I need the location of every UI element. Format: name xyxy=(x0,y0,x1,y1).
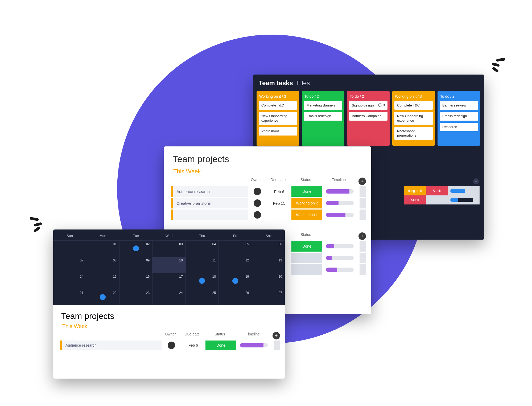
kanban-card[interactable]: Marketing Banners xyxy=(304,101,342,110)
kanban-column[interactable]: To do / 2Banners reviewEmails redesignRe… xyxy=(438,91,480,146)
row-end-spacer xyxy=(274,341,280,350)
timeline-cell[interactable] xyxy=(322,268,357,272)
calendar-event-dot[interactable] xyxy=(100,294,106,300)
calendar-date-number: 23 xyxy=(146,291,150,295)
calendar-day-cell[interactable]: 03 xyxy=(152,241,185,257)
table-row[interactable]: Audience researchFeb 6Done xyxy=(171,186,366,197)
calendar-day-cell[interactable]: 21 xyxy=(53,289,86,305)
owner-cell[interactable] xyxy=(248,211,267,219)
owner-cell[interactable] xyxy=(248,199,267,207)
table-row[interactable]: Creative brainstormFeb 15Working on it xyxy=(171,198,366,208)
kanban-column[interactable]: Working on it / 3Complete T&CNew Onboard… xyxy=(392,91,435,146)
table-row[interactable]: Working on it xyxy=(171,210,366,220)
task-name[interactable] xyxy=(173,210,248,220)
kanban-card[interactable]: Emails redesign xyxy=(304,112,342,120)
calendar-day-cell[interactable]: 15 xyxy=(86,273,119,289)
comment-count-icon[interactable]: 💬 3 xyxy=(378,103,385,107)
task-name[interactable]: Audience research xyxy=(62,341,162,350)
kanban-column[interactable]: To do / 2Signup design💬 3Banners Campaig… xyxy=(347,91,390,146)
kanban-card[interactable]: Signup design💬 3 xyxy=(349,101,387,110)
due-date[interactable]: Feb 6 xyxy=(181,343,205,347)
calendar-day-cell[interactable]: 04 xyxy=(186,241,219,257)
kanban-card[interactable]: Emails redesign xyxy=(440,112,478,120)
avatar[interactable] xyxy=(254,199,261,207)
kanban-card[interactable]: Complete T&C xyxy=(394,101,433,110)
kanban-card[interactable]: Photoshoot xyxy=(259,127,297,136)
status-badge[interactable] xyxy=(291,264,322,275)
calendar-day-cell[interactable]: 09 xyxy=(119,257,152,273)
owner-cell[interactable] xyxy=(162,342,181,349)
calendar-date-number: 04 xyxy=(212,242,216,246)
group-title-this-week[interactable]: This Week xyxy=(171,168,366,175)
calendar-day-cell[interactable]: 01 xyxy=(86,241,119,257)
timeline-cell[interactable] xyxy=(322,189,357,194)
status-badge[interactable]: rking on it xyxy=(404,186,426,195)
timeline-cell[interactable] xyxy=(322,244,357,248)
timeline-cell[interactable] xyxy=(322,201,357,205)
kanban-card[interactable]: Banners review xyxy=(440,101,478,110)
add-column-button[interactable]: + xyxy=(273,332,280,339)
calendar-day-cell[interactable]: 06 xyxy=(252,241,285,257)
calendar-day-cell[interactable]: 24 xyxy=(152,289,185,305)
kanban-card[interactable]: Photoshoot preperations xyxy=(394,127,433,140)
calendar-day-cell[interactable]: 19 xyxy=(219,273,252,289)
status-badge[interactable]: Stuck xyxy=(426,186,448,195)
task-name[interactable]: Audience research xyxy=(173,186,248,197)
kanban-tab-files[interactable]: Files xyxy=(296,79,310,87)
calendar-day-cell[interactable]: 26 xyxy=(219,289,252,305)
calendar-day-cell[interactable]: 02 xyxy=(119,241,152,257)
status-badge[interactable]: Working on it xyxy=(291,198,322,208)
calendar-date-number: 24 xyxy=(179,291,183,295)
kanban-card[interactable]: New Onboarding experience xyxy=(394,112,433,125)
add-column-button[interactable]: + xyxy=(358,232,366,240)
status-badge[interactable]: Working on it xyxy=(291,210,322,220)
kanban-card[interactable]: Complete T&C xyxy=(259,101,297,110)
calendar-event-dot[interactable] xyxy=(199,278,205,284)
calendar-day-cell[interactable]: 16 xyxy=(119,273,152,289)
calendar-day-cell[interactable]: 14 xyxy=(53,273,86,289)
add-column-button[interactable]: + xyxy=(473,178,479,184)
avatar[interactable] xyxy=(254,188,261,195)
group-title-this-week[interactable]: This Week xyxy=(60,323,280,329)
status-badge[interactable]: Done xyxy=(291,186,322,197)
status-badge[interactable]: Done xyxy=(205,341,236,350)
task-name[interactable]: Creative brainstorm xyxy=(173,198,248,208)
timeline-cell[interactable] xyxy=(236,343,271,347)
calendar-day-cell[interactable]: 27 xyxy=(252,289,285,305)
kanban-card[interactable]: Research xyxy=(440,123,478,131)
calendar-day-cell[interactable]: 05 xyxy=(219,241,252,257)
status-badge[interactable] xyxy=(291,253,322,263)
calendar-day-cell[interactable]: 07 xyxy=(53,257,86,273)
calendar-event-dot[interactable] xyxy=(232,278,238,284)
col-owner: Owner xyxy=(247,178,266,185)
table-row[interactable]: Audience researchFeb 6Done xyxy=(60,341,280,350)
due-date[interactable]: Feb 6 xyxy=(267,189,291,194)
calendar-day-cell[interactable]: 17 xyxy=(152,273,185,289)
calendar-day-cell[interactable]: 13 xyxy=(252,257,285,273)
calendar-event-dot[interactable] xyxy=(133,245,139,251)
owner-cell[interactable] xyxy=(248,188,267,195)
kanban-title[interactable]: Team tasks xyxy=(259,79,293,87)
status-badge[interactable]: Done xyxy=(291,241,322,252)
kanban-card[interactable]: Banners Campaign xyxy=(349,112,387,120)
calendar-day-cell[interactable]: 18 xyxy=(186,273,219,289)
calendar-day-cell[interactable] xyxy=(53,241,86,257)
status-badge[interactable]: Stuck xyxy=(404,195,426,204)
calendar-day-cell[interactable]: 11 xyxy=(186,257,219,273)
kanban-column[interactable]: Working on it / 3Complete T&CNew Onboard… xyxy=(257,91,299,146)
calendar-day-cell[interactable]: 08 xyxy=(86,257,119,273)
avatar[interactable] xyxy=(254,211,261,219)
calendar-day-cell[interactable]: 10 xyxy=(152,257,185,273)
kanban-column[interactable]: To do / 2Marketing BannersEmails redesig… xyxy=(302,91,344,146)
calendar-day-cell[interactable]: 20 xyxy=(252,273,285,289)
avatar[interactable] xyxy=(168,342,175,349)
calendar-day-cell[interactable]: 12 xyxy=(219,257,252,273)
add-column-button[interactable]: + xyxy=(358,178,366,185)
kanban-card[interactable]: New Onboarding experience xyxy=(259,112,297,125)
calendar-day-cell[interactable]: 25 xyxy=(186,289,219,305)
due-date[interactable]: Feb 15 xyxy=(267,201,291,206)
calendar-day-cell[interactable]: 23 xyxy=(119,289,152,305)
timeline-cell[interactable] xyxy=(322,256,357,260)
timeline-cell[interactable] xyxy=(322,213,357,217)
calendar-day-cell[interactable]: 22 xyxy=(86,289,119,305)
